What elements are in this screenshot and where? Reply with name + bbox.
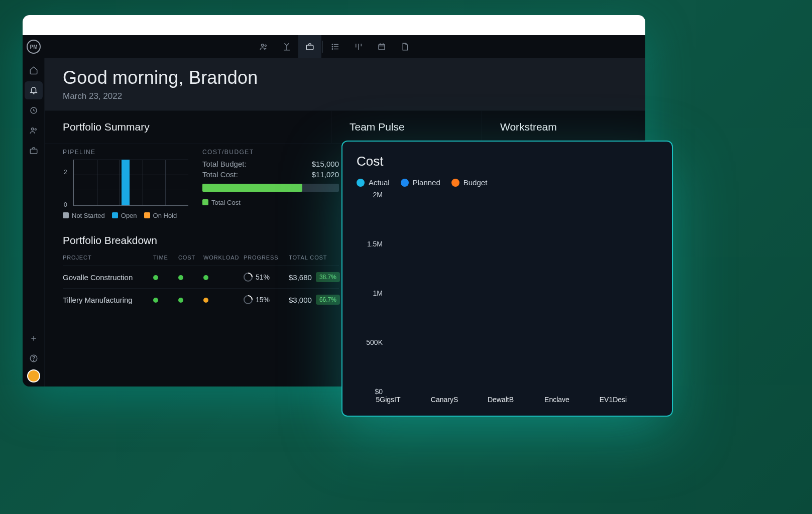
cell-project: Govalle Construction: [63, 273, 153, 282]
col-progress: PROGRESS: [244, 254, 289, 261]
top-nav: PM: [23, 35, 645, 58]
progress-ring-icon: [242, 271, 254, 283]
pipeline-tick: 0: [64, 201, 67, 208]
plus-icon[interactable]: [25, 329, 43, 347]
legend-planned: Planned: [401, 178, 440, 187]
pipeline-tick: 2: [64, 169, 67, 176]
pct-badge: 38.7%: [316, 272, 340, 282]
table-row[interactable]: Govalle Construction 51% $3,68038.7%: [63, 266, 339, 288]
portfolio-breakdown: Portfolio Breakdown PROJECT TIME COST WO…: [63, 234, 339, 311]
cell-progress: 51%: [244, 273, 289, 282]
avatar[interactable]: [27, 369, 40, 382]
col-project: PROJECT: [63, 254, 153, 261]
legend-item: Not Started: [63, 212, 105, 219]
progress-ring-icon: [242, 293, 254, 306]
app-logo[interactable]: PM: [23, 40, 45, 54]
total-budget-label: Total Budget:: [202, 160, 247, 168]
svg-point-1: [265, 45, 266, 46]
cost-budget-card: COST/BUDGET Total Budget:$15,000 Total C…: [202, 149, 339, 219]
section-team-pulse: Team Pulse: [331, 111, 482, 143]
help-icon[interactable]: [25, 349, 43, 367]
window-titlebar: [23, 15, 645, 35]
cell-time: [153, 296, 178, 304]
cost-legend: Actual Planned Budget: [357, 178, 658, 187]
svg-point-12: [33, 360, 34, 360]
section-headers: Portfolio Summary Team Pulse Workstream: [45, 110, 645, 144]
cost-budget-legend: Total Cost: [202, 199, 339, 206]
status-dot-icon: [178, 275, 183, 280]
status-dot-icon: [203, 275, 208, 280]
cell-project: Tillery Manufacturing: [63, 296, 153, 304]
calendar-icon[interactable]: [370, 35, 393, 58]
y-axis: 2M 1.5M 1M 500K $0: [357, 195, 387, 392]
x-tick: 5GigsIT: [361, 396, 416, 404]
svg-rect-6: [379, 45, 385, 50]
cell-totalcost: $3,68038.7%: [289, 272, 339, 282]
status-dot-icon: [153, 298, 158, 303]
cost-budget-label: COST/BUDGET: [202, 149, 339, 156]
bell-icon[interactable]: [25, 81, 43, 99]
svg-point-5: [332, 49, 333, 50]
breakdown-title: Portfolio Breakdown: [63, 234, 339, 246]
document-icon[interactable]: [393, 35, 416, 58]
legend-actual: Actual: [357, 178, 390, 187]
cell-cost: [178, 273, 203, 282]
status-dot-icon: [203, 298, 208, 303]
table-row[interactable]: Tillery Manufacturing 15% $3,00066.7%: [63, 288, 339, 311]
col-time: TIME: [153, 254, 178, 261]
legend-budget: Budget: [451, 178, 488, 187]
tools-icon[interactable]: [275, 35, 298, 58]
logo-text: PM: [30, 44, 38, 50]
list-icon[interactable]: [324, 35, 347, 58]
x-tick: Enclave: [529, 396, 585, 404]
breakdown-table: PROJECT TIME COST WORKLOAD PROGRESS TOTA…: [63, 254, 339, 311]
home-icon[interactable]: [25, 61, 43, 79]
team-icon[interactable]: [252, 35, 275, 58]
svg-point-9: [35, 128, 36, 130]
x-tick: EV1Desi: [586, 396, 641, 404]
pct-badge: 66.7%: [316, 295, 340, 305]
briefcase-icon[interactable]: [298, 35, 321, 58]
cell-progress: 15%: [244, 295, 289, 304]
cost-card: Cost Actual Planned Budget 2M 1.5M 1M 50…: [341, 141, 673, 417]
x-tick: CanaryS: [417, 396, 472, 404]
total-budget-value: $15,000: [312, 160, 339, 168]
svg-rect-2: [306, 45, 313, 50]
y-tick: 1.5M: [357, 240, 387, 248]
total-cost-label: Total Cost:: [202, 170, 238, 179]
cell-cost: [178, 296, 203, 304]
pipeline-chart: 2 0: [73, 160, 188, 206]
status-dot-icon: [178, 298, 183, 303]
pipeline-label: PIPELINE: [63, 149, 188, 156]
y-tick: 2M: [357, 191, 387, 199]
legend-item: On Hold: [144, 212, 177, 219]
greeting-panel: Good morning, Brandon March 23, 2022: [45, 58, 645, 110]
greeting-title: Good morning, Brandon: [63, 67, 627, 88]
col-cost: COST: [178, 254, 203, 261]
y-tick: 1M: [357, 289, 387, 297]
portfolio-icon[interactable]: [25, 142, 43, 160]
cell-time: [153, 273, 178, 282]
greeting-date: March 23, 2022: [63, 91, 627, 101]
section-workstream: Workstream: [482, 111, 645, 143]
people-icon[interactable]: [25, 121, 43, 140]
y-tick: $0: [357, 388, 387, 396]
col-totalcost: TOTAL COST: [289, 254, 339, 261]
cell-workload: [203, 273, 244, 282]
cost-budget-bar: [202, 184, 339, 192]
table-header: PROJECT TIME COST WORKLOAD PROGRESS TOTA…: [63, 254, 339, 261]
plot-area: [392, 195, 654, 392]
cost-title: Cost: [357, 154, 658, 169]
portfolio-panel: PIPELINE: [45, 144, 357, 387]
svg-rect-10: [30, 149, 37, 154]
pipeline-bar-open: [122, 160, 130, 205]
top-nav-icons: [252, 35, 416, 58]
x-tick: DewaltB: [473, 396, 528, 404]
pipeline-card: PIPELINE: [63, 149, 188, 219]
cell-totalcost: $3,00066.7%: [289, 295, 339, 305]
total-cost-value: $11,020: [312, 170, 339, 179]
clock-icon[interactable]: [25, 101, 43, 119]
board-icon[interactable]: [347, 35, 370, 58]
legend-item: Open: [112, 212, 137, 219]
pipeline-legend: Not Started Open On Hold: [63, 212, 188, 219]
